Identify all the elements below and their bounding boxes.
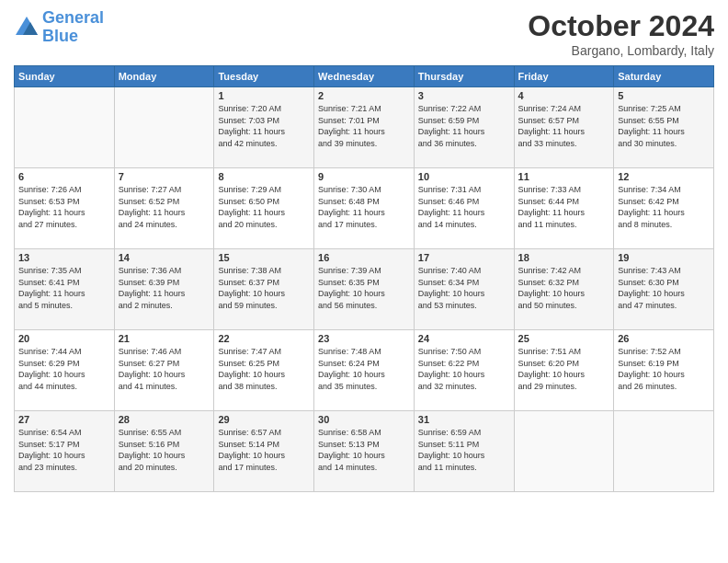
cell-content: Sunrise: 7:36 AMSunset: 6:39 PMDaylight:… — [119, 265, 210, 311]
month-title: October 2024 — [528, 9, 714, 43]
cell-w1-d3: 9Sunrise: 7:30 AMSunset: 6:48 PMDaylight… — [314, 168, 415, 249]
day-number: 22 — [218, 333, 310, 344]
day-number: 27 — [18, 414, 110, 425]
cell-w3-d0: 20Sunrise: 7:44 AMSunset: 6:29 PMDayligh… — [15, 330, 115, 411]
cell-w4-d0: 27Sunrise: 6:54 AMSunset: 5:17 PMDayligh… — [15, 411, 115, 492]
cell-content: Sunrise: 7:24 AMSunset: 6:57 PMDaylight:… — [518, 103, 610, 149]
day-number: 14 — [119, 252, 210, 263]
day-number: 9 — [318, 171, 410, 182]
day-number: 21 — [119, 333, 210, 344]
cell-content: Sunrise: 6:58 AMSunset: 5:13 PMDaylight:… — [318, 427, 410, 473]
day-number: 31 — [418, 414, 510, 425]
day-number: 18 — [518, 252, 610, 263]
cell-content: Sunrise: 7:38 AMSunset: 6:37 PMDaylight:… — [218, 265, 310, 311]
cell-content: Sunrise: 7:52 AMSunset: 6:19 PMDaylight:… — [618, 346, 710, 392]
cell-content: Sunrise: 6:57 AMSunset: 5:14 PMDaylight:… — [218, 427, 310, 473]
header: General Blue October 2024 Bargano, Lomba… — [14, 9, 714, 58]
week-row-0: 1Sunrise: 7:20 AMSunset: 7:03 PMDaylight… — [15, 87, 714, 168]
week-row-4: 27Sunrise: 6:54 AMSunset: 5:17 PMDayligh… — [15, 411, 714, 492]
cell-content: Sunrise: 7:26 AMSunset: 6:53 PMDaylight:… — [18, 184, 110, 230]
cell-content: Sunrise: 7:42 AMSunset: 6:32 PMDaylight:… — [518, 265, 610, 311]
day-number: 5 — [618, 90, 710, 101]
cell-content: Sunrise: 6:59 AMSunset: 5:11 PMDaylight:… — [418, 427, 510, 473]
page: General Blue October 2024 Bargano, Lomba… — [0, 0, 728, 563]
cell-w3-d5: 25Sunrise: 7:51 AMSunset: 6:20 PMDayligh… — [514, 330, 614, 411]
cell-w3-d3: 23Sunrise: 7:48 AMSunset: 6:24 PMDayligh… — [314, 330, 415, 411]
title-block: October 2024 Bargano, Lombardy, Italy — [528, 9, 714, 58]
cell-content: Sunrise: 7:47 AMSunset: 6:25 PMDaylight:… — [218, 346, 310, 392]
cell-content: Sunrise: 7:31 AMSunset: 6:46 PMDaylight:… — [418, 184, 510, 230]
cell-content: Sunrise: 7:40 AMSunset: 6:34 PMDaylight:… — [418, 265, 510, 311]
cell-w0-d0 — [15, 87, 115, 168]
cell-content: Sunrise: 7:44 AMSunset: 6:29 PMDaylight:… — [18, 346, 110, 392]
cell-content: Sunrise: 7:22 AMSunset: 6:59 PMDaylight:… — [418, 103, 510, 149]
cell-w2-d6: 19Sunrise: 7:43 AMSunset: 6:30 PMDayligh… — [614, 249, 714, 330]
cell-w2-d2: 15Sunrise: 7:38 AMSunset: 6:37 PMDayligh… — [214, 249, 314, 330]
cell-w1-d4: 10Sunrise: 7:31 AMSunset: 6:46 PMDayligh… — [414, 168, 514, 249]
week-row-1: 6Sunrise: 7:26 AMSunset: 6:53 PMDaylight… — [15, 168, 714, 249]
day-number: 7 — [119, 171, 210, 182]
cell-content: Sunrise: 7:39 AMSunset: 6:35 PMDaylight:… — [318, 265, 410, 311]
cell-w1-d5: 11Sunrise: 7:33 AMSunset: 6:44 PMDayligh… — [514, 168, 614, 249]
col-friday: Friday — [514, 66, 614, 87]
day-number: 19 — [618, 252, 710, 263]
cell-w2-d1: 14Sunrise: 7:36 AMSunset: 6:39 PMDayligh… — [114, 249, 214, 330]
day-number: 30 — [318, 414, 410, 425]
day-number: 16 — [318, 252, 410, 263]
cell-content: Sunrise: 7:27 AMSunset: 6:52 PMDaylight:… — [119, 184, 210, 230]
col-thursday: Thursday — [414, 66, 514, 87]
col-saturday: Saturday — [614, 66, 714, 87]
logo-icon — [14, 15, 40, 40]
cell-w2-d5: 18Sunrise: 7:42 AMSunset: 6:32 PMDayligh… — [514, 249, 614, 330]
cell-w1-d2: 8Sunrise: 7:29 AMSunset: 6:50 PMDaylight… — [214, 168, 314, 249]
cell-content: Sunrise: 7:51 AMSunset: 6:20 PMDaylight:… — [518, 346, 610, 392]
cell-content: Sunrise: 7:50 AMSunset: 6:22 PMDaylight:… — [418, 346, 510, 392]
cell-content: Sunrise: 6:55 AMSunset: 5:16 PMDaylight:… — [119, 427, 210, 473]
cell-w2-d0: 13Sunrise: 7:35 AMSunset: 6:41 PMDayligh… — [15, 249, 115, 330]
cell-content: Sunrise: 7:48 AMSunset: 6:24 PMDaylight:… — [318, 346, 410, 392]
header-row: Sunday Monday Tuesday Wednesday Thursday… — [15, 66, 714, 87]
cell-w0-d3: 2Sunrise: 7:21 AMSunset: 7:01 PMDaylight… — [314, 87, 415, 168]
cell-w1-d6: 12Sunrise: 7:34 AMSunset: 6:42 PMDayligh… — [614, 168, 714, 249]
day-number: 12 — [618, 171, 710, 182]
day-number: 23 — [318, 333, 410, 344]
cell-content: Sunrise: 7:33 AMSunset: 6:44 PMDaylight:… — [518, 184, 610, 230]
day-number: 20 — [18, 333, 110, 344]
cell-content: Sunrise: 7:34 AMSunset: 6:42 PMDaylight:… — [618, 184, 710, 230]
cell-w4-d2: 29Sunrise: 6:57 AMSunset: 5:14 PMDayligh… — [214, 411, 314, 492]
day-number: 3 — [418, 90, 510, 101]
day-number: 15 — [218, 252, 310, 263]
cell-content: Sunrise: 7:46 AMSunset: 6:27 PMDaylight:… — [119, 346, 210, 392]
cell-w3-d6: 26Sunrise: 7:52 AMSunset: 6:19 PMDayligh… — [614, 330, 714, 411]
day-number: 26 — [618, 333, 710, 344]
day-number: 13 — [18, 252, 110, 263]
cell-w3-d1: 21Sunrise: 7:46 AMSunset: 6:27 PMDayligh… — [114, 330, 214, 411]
logo-text: General Blue — [42, 9, 104, 46]
cell-w3-d2: 22Sunrise: 7:47 AMSunset: 6:25 PMDayligh… — [214, 330, 314, 411]
col-sunday: Sunday — [15, 66, 115, 87]
cell-w4-d4: 31Sunrise: 6:59 AMSunset: 5:11 PMDayligh… — [414, 411, 514, 492]
cell-w2-d4: 17Sunrise: 7:40 AMSunset: 6:34 PMDayligh… — [414, 249, 514, 330]
day-number: 28 — [119, 414, 210, 425]
cell-content: Sunrise: 7:30 AMSunset: 6:48 PMDaylight:… — [318, 184, 410, 230]
cell-w2-d3: 16Sunrise: 7:39 AMSunset: 6:35 PMDayligh… — [314, 249, 415, 330]
cell-w0-d4: 3Sunrise: 7:22 AMSunset: 6:59 PMDaylight… — [414, 87, 514, 168]
cell-w4-d6 — [614, 411, 714, 492]
logo: General Blue — [14, 9, 104, 46]
cell-content: Sunrise: 7:20 AMSunset: 7:03 PMDaylight:… — [218, 103, 310, 149]
cell-w0-d1 — [114, 87, 214, 168]
cell-content: Sunrise: 7:43 AMSunset: 6:30 PMDaylight:… — [618, 265, 710, 311]
cell-w3-d4: 24Sunrise: 7:50 AMSunset: 6:22 PMDayligh… — [414, 330, 514, 411]
cell-w1-d1: 7Sunrise: 7:27 AMSunset: 6:52 PMDaylight… — [114, 168, 214, 249]
cell-content: Sunrise: 7:21 AMSunset: 7:01 PMDaylight:… — [318, 103, 410, 149]
week-row-2: 13Sunrise: 7:35 AMSunset: 6:41 PMDayligh… — [15, 249, 714, 330]
cell-content: Sunrise: 7:25 AMSunset: 6:55 PMDaylight:… — [618, 103, 710, 149]
col-monday: Monday — [114, 66, 214, 87]
day-number: 4 — [518, 90, 610, 101]
cell-w1-d0: 6Sunrise: 7:26 AMSunset: 6:53 PMDaylight… — [15, 168, 115, 249]
cell-content: Sunrise: 7:29 AMSunset: 6:50 PMDaylight:… — [218, 184, 310, 230]
day-number: 8 — [218, 171, 310, 182]
col-tuesday: Tuesday — [214, 66, 314, 87]
cell-w4-d3: 30Sunrise: 6:58 AMSunset: 5:13 PMDayligh… — [314, 411, 415, 492]
week-row-3: 20Sunrise: 7:44 AMSunset: 6:29 PMDayligh… — [15, 330, 714, 411]
